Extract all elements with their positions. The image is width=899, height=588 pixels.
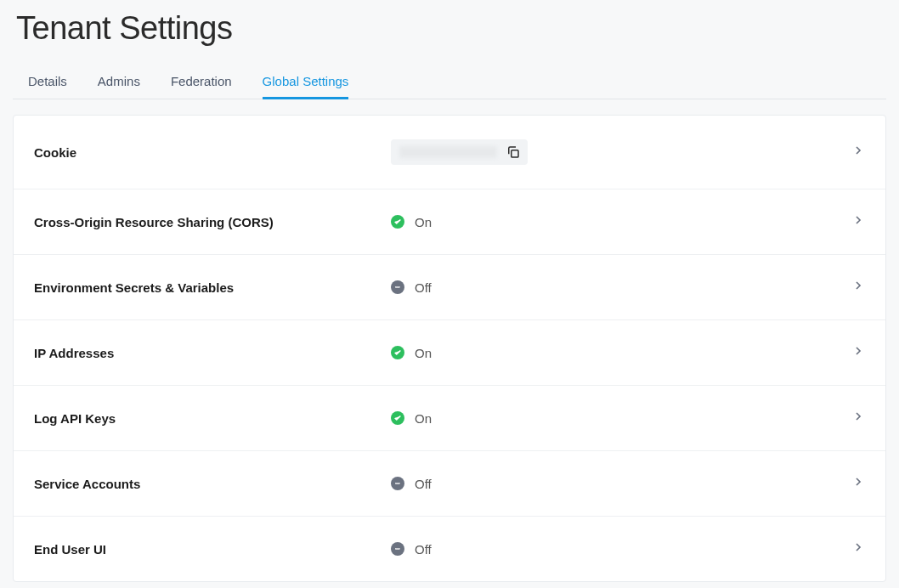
svg-rect-0 [512, 150, 518, 157]
svg-rect-1 [396, 287, 400, 288]
chevron-right-icon [851, 213, 865, 230]
status-text: On [415, 215, 432, 229]
row-value [391, 139, 851, 165]
chevron-right-icon [851, 475, 865, 492]
minus-icon [391, 477, 404, 490]
svg-rect-2 [396, 483, 400, 484]
row-value: On [391, 346, 851, 360]
row-value: Off [391, 542, 851, 557]
row-label: Cross-Origin Resource Sharing (CORS) [34, 215, 391, 229]
row-label: Cookie [34, 145, 391, 160]
chevron-right-icon [851, 279, 865, 296]
status-text: Off [415, 542, 432, 557]
minus-icon [391, 542, 404, 556]
row-label: End User UI [34, 542, 391, 557]
chevron-right-icon [851, 410, 865, 427]
row-value: On [391, 215, 851, 229]
row-label: IP Addresses [34, 346, 391, 360]
row-ip-addresses[interactable]: IP Addresses On [14, 320, 885, 386]
chevron-right-icon [851, 540, 865, 557]
chevron-right-icon [851, 344, 865, 361]
row-value: Off [391, 477, 851, 491]
check-icon [391, 411, 404, 425]
tab-admins[interactable]: Admins [98, 67, 140, 99]
row-value: On [391, 411, 851, 426]
row-cookie[interactable]: Cookie [14, 116, 885, 189]
row-label: Environment Secrets & Variables [34, 280, 391, 295]
redacted-text [399, 146, 497, 158]
row-service-accounts[interactable]: Service Accounts Off [14, 451, 885, 517]
status-text: On [415, 346, 432, 360]
page-title: Tenant Settings [16, 10, 886, 47]
copy-icon[interactable] [506, 144, 521, 160]
status-text: Off [415, 280, 432, 295]
check-icon [391, 346, 404, 359]
row-end-user-ui[interactable]: End User UI Off [14, 517, 885, 581]
cookie-value [391, 139, 528, 165]
status-text: Off [415, 477, 432, 491]
settings-panel: Cookie Cross-Origin Resource Sharing (C [13, 115, 886, 582]
tab-federation[interactable]: Federation [171, 67, 232, 99]
chevron-right-icon [851, 144, 865, 161]
row-env-secrets[interactable]: Environment Secrets & Variables Off [14, 255, 885, 320]
minus-icon [391, 280, 404, 294]
status-text: On [415, 411, 432, 426]
row-cors[interactable]: Cross-Origin Resource Sharing (CORS) On [14, 189, 885, 255]
svg-rect-3 [396, 549, 400, 550]
row-log-api-keys[interactable]: Log API Keys On [14, 386, 885, 451]
tabs: Details Admins Federation Global Setting… [13, 67, 886, 99]
check-icon [391, 215, 404, 229]
row-value: Off [391, 280, 851, 295]
row-label: Service Accounts [34, 477, 391, 491]
tab-global-settings[interactable]: Global Settings [263, 67, 349, 99]
row-label: Log API Keys [34, 411, 391, 426]
tab-details[interactable]: Details [28, 67, 67, 99]
